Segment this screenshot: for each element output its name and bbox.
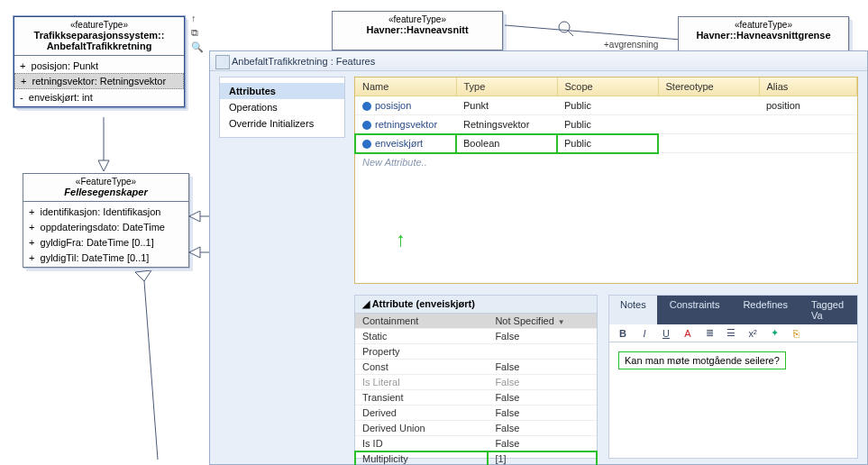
attribute-icon: [362, 102, 371, 111]
class-title: Trafikkseparasjonssystem:: AnbefaltTrafi…: [18, 30, 180, 51]
svg-line-6: [144, 281, 158, 460]
property-row[interactable]: DerivedFalse: [355, 406, 597, 421]
arrow-up-icon[interactable]: ↑: [191, 13, 204, 24]
property-row[interactable]: StaticFalse: [355, 329, 597, 344]
attribute-icon: [362, 121, 371, 130]
nav-attributes[interactable]: Attributes: [220, 83, 344, 99]
annotation-arrow-icon: ↑: [396, 228, 406, 251]
class-title: Havner::Havneavsnittgrense: [682, 30, 845, 41]
grid-row-highlighted[interactable]: enveiskjørt Boolean Public: [355, 134, 857, 153]
property-row[interactable]: Multiplicity[1]: [355, 451, 597, 466]
notes-panel[interactable]: Notes Constraints Redefines Tagged Va B …: [608, 295, 858, 459]
grid-row[interactable]: posisjon Punkt Public position: [355, 96, 857, 115]
insert-icon[interactable]: ✦: [766, 327, 782, 339]
search-icon[interactable]: [557, 20, 575, 52]
nav-override-initializers[interactable]: Override Initializers: [220, 115, 344, 132]
generalization-arrow: [95, 117, 113, 173]
property-row[interactable]: ContainmentNot Specified▼: [355, 314, 597, 329]
class-title: Havner::Havneavsnitt: [336, 24, 498, 35]
grid-row[interactable]: retningsvektor Retningsvektor Public: [355, 115, 857, 134]
col-stereotype[interactable]: Stereotype: [658, 78, 759, 96]
uml-class-havneavsnitt[interactable]: «featureType» Havner::Havneavsnitt: [332, 11, 503, 50]
link-icon[interactable]: ⎘: [788, 328, 804, 339]
col-scope[interactable]: Scope: [557, 78, 658, 96]
uml-class-fellesegenskaper[interactable]: «FeatureType» Fellesegenskaper + identif…: [23, 173, 189, 268]
attr-row[interactable]: + gyldigTil: DateTime [0..1]: [23, 250, 188, 265]
new-attribute-placeholder[interactable]: New Attribute..: [355, 153, 857, 171]
property-row[interactable]: Property: [355, 344, 597, 360]
grid-header-row: Name Type Scope Stereotype Alias: [355, 78, 857, 96]
svg-line-8: [505, 25, 681, 40]
features-dialog[interactable]: AnbefaltTrafikkretning : Features Attrib…: [209, 50, 868, 465]
realization-arrow: [108, 270, 162, 460]
attribute-icon: [362, 140, 371, 149]
tab-bar: Notes Constraints Redefines Tagged Va: [609, 296, 857, 324]
stereotype-label: «featureType»: [336, 14, 498, 24]
bold-button[interactable]: B: [615, 328, 631, 339]
attributes-grid[interactable]: Name Type Scope Stereotype Alias posisjo…: [354, 77, 858, 284]
attr-compartment: + posisjon: Punkt + retningsvektor: Retn…: [14, 56, 184, 106]
tab-tagged-values[interactable]: Tagged Va: [800, 296, 857, 324]
dialog-title[interactable]: AnbefaltTrafikkretning : Features: [210, 51, 867, 71]
property-row[interactable]: Is IDFalse: [355, 436, 597, 451]
attr-row[interactable]: + gyldigFra: DateTime [0..1]: [23, 234, 188, 250]
list-bullet-icon[interactable]: ☰: [723, 327, 739, 339]
uml-class-anbefalttrafikkretning[interactable]: «featureType» Trafikkseparasjonssystem::…: [14, 16, 185, 107]
dropdown-icon[interactable]: ▼: [558, 318, 565, 326]
list-numbered-icon[interactable]: ≣: [701, 327, 717, 339]
property-row[interactable]: TransientFalse: [355, 390, 597, 406]
svg-marker-1: [98, 160, 109, 171]
notes-editor[interactable]: Kan man møte motgående seilere?: [609, 342, 857, 378]
properties-title: ◢ Attribute (enveiskjørt): [355, 296, 597, 314]
attr-compartment: + identifikasjon: Identifikasjon + oppda…: [23, 202, 188, 267]
notes-text[interactable]: Kan man møte motgående seilere?: [618, 351, 786, 369]
col-type[interactable]: Type: [456, 78, 557, 96]
nav-operations[interactable]: Operations: [220, 99, 344, 115]
col-name[interactable]: Name: [355, 78, 456, 96]
col-alias[interactable]: Alias: [759, 78, 857, 96]
stereotype-label: «FeatureType»: [27, 177, 185, 187]
attribute-properties[interactable]: ◢ Attribute (enveiskjørt) ContainmentNot…: [354, 295, 598, 459]
uml-canvas[interactable]: «featureType» Trafikkseparasjonssystem::…: [0, 0, 868, 465]
tab-constraints[interactable]: Constraints: [659, 296, 731, 324]
attr-row[interactable]: + identifikasjon: Identifikasjon: [23, 204, 188, 219]
property-row[interactable]: Derived UnionFalse: [355, 421, 597, 436]
attr-row[interactable]: - enveiskjørt: int: [14, 89, 184, 105]
italic-button[interactable]: I: [636, 328, 653, 339]
category-nav: Attributes Operations Override Initializ…: [219, 77, 345, 138]
underline-button[interactable]: U: [658, 328, 674, 339]
class-title: Fellesegenskaper: [27, 187, 185, 197]
notes-toolbar: B I U A ≣ ☰ x² ✦ ⎘: [609, 324, 857, 342]
attr-row[interactable]: + posisjon: Punkt: [14, 58, 184, 73]
superscript-button[interactable]: x²: [745, 328, 761, 339]
svg-marker-4: [189, 247, 200, 258]
search-icon[interactable]: 🔍: [191, 41, 204, 53]
link-icon[interactable]: ⧉: [191, 27, 204, 39]
attr-row[interactable]: + oppdateringsdato: DateTime: [23, 219, 188, 234]
svg-marker-7: [135, 270, 151, 281]
attr-row-selected[interactable]: + retningsvektor: Retningsvektor: [14, 73, 184, 89]
property-row[interactable]: ConstFalse: [355, 360, 597, 375]
association-role-label: +avgrensning: [604, 40, 658, 50]
stereotype-label: «featureType»: [18, 20, 180, 30]
tab-redefines[interactable]: Redefines: [732, 296, 799, 324]
svg-line-10: [568, 31, 573, 36]
font-color-button[interactable]: A: [680, 328, 696, 339]
uml-class-havneavsnittgrense[interactable]: «featureType» Havner::Havneavsnittgrense: [678, 16, 849, 52]
tab-notes[interactable]: Notes: [609, 296, 657, 324]
svg-marker-2: [189, 211, 200, 222]
diagram-quick-tools[interactable]: ↑ ⧉ 🔍: [191, 13, 204, 53]
property-row[interactable]: Is LiteralFalse: [355, 375, 597, 390]
stereotype-label: «featureType»: [682, 20, 845, 30]
